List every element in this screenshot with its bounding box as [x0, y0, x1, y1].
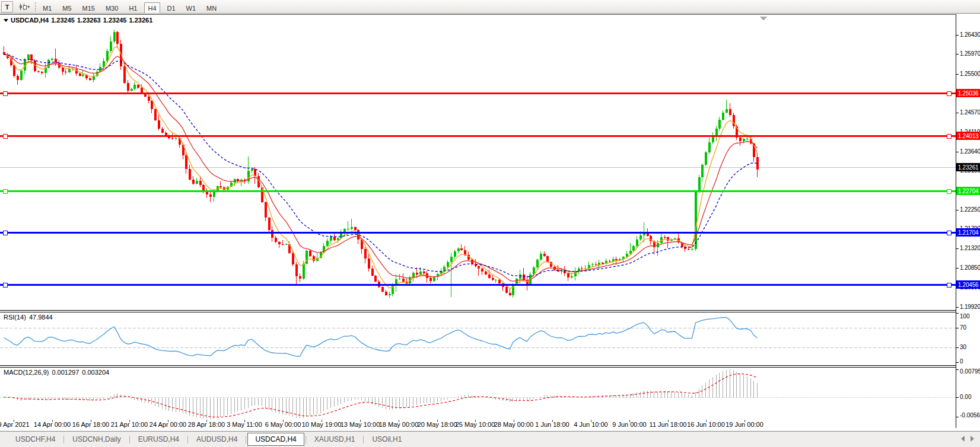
timeframe-M15[interactable]: M15 [79, 2, 98, 14]
price-line-label[interactable]: 1.20456 [956, 280, 980, 289]
timeframe-M1[interactable]: M1 [39, 2, 55, 14]
moving-average-line [4, 55, 758, 277]
rsi-name: RSI(14) [4, 314, 26, 321]
timeframe-D1[interactable]: D1 [164, 2, 179, 14]
chart-tab-bar: USDCHF,H4USDCNH,DailyEURUSD,H4AUDUSD,H4U… [0, 431, 980, 447]
chart-tab-usdcad[interactable]: USDCAD,H4 [247, 433, 304, 446]
ohlc-high: 1.23263 [77, 17, 101, 24]
candle-body [540, 254, 542, 260]
macd-panel[interactable] [0, 367, 956, 420]
candle-body [165, 133, 167, 136]
time-axis[interactable]: 9 Apr 202114 Apr 00:0016 Apr 18:0021 Apr… [0, 419, 980, 431]
chart-tab-usoil[interactable]: USOil,H1 [365, 433, 409, 445]
candle-body [55, 59, 57, 63]
tab-scroll-right-button[interactable] [971, 436, 974, 442]
price-tick [956, 113, 959, 113]
text-tool-button[interactable]: T [1, 1, 13, 12]
chart-tab-eurusd[interactable]: EURUSD,H4 [131, 433, 186, 445]
price-tick-label: 1.24570 [960, 109, 980, 116]
price-line-label[interactable]: 1.24013 [956, 132, 980, 140]
main-chart-panel[interactable] [0, 14, 956, 311]
main-chart-canvas [0, 15, 956, 310]
tab-scroll-left-button[interactable] [961, 436, 965, 442]
time-axis-label: 18 May 00:00 [379, 421, 419, 428]
rsi-panel[interactable] [0, 312, 956, 366]
candlestick-icon [23, 4, 26, 10]
candle-body [116, 32, 119, 44]
candle-body [695, 192, 697, 249]
candle-body [192, 180, 195, 184]
candle-body [271, 230, 273, 238]
toolbar: T ▾ M1M5M15M30H1H4D1W1MN [0, 0, 980, 14]
candle-body [498, 280, 501, 284]
candle-body [726, 109, 728, 113]
candle-body [351, 227, 353, 229]
candle-body [161, 129, 164, 133]
candle-body [151, 101, 153, 109]
candle-body [743, 139, 745, 141]
chart-tab-usdchf[interactable]: USDCHF,H4 [8, 433, 62, 445]
chart-tab-xauusd[interactable]: XAUUSD,H1 [307, 433, 362, 445]
line-endpoint-marker [4, 91, 8, 95]
line-endpoint-marker [4, 134, 8, 138]
candle-body [546, 256, 549, 262]
price-line-label[interactable]: 1.22704 [956, 187, 980, 195]
time-axis-label: 25 May 10:00 [456, 421, 495, 428]
tab-separator [246, 436, 246, 443]
line-endpoint-marker [4, 231, 8, 235]
timeframe-M30[interactable]: M30 [102, 2, 122, 14]
macd-tick [956, 417, 959, 417]
candle-body [337, 238, 339, 240]
trading-terminal-window: T ▾ M1M5M15M30H1H4D1W1MN USDCAD,H41.2324… [0, 0, 980, 447]
candle-body [251, 169, 253, 171]
time-axis-label: 14 Apr 00:00 [34, 421, 71, 428]
time-axis-label: 19 Jun 00:00 [726, 421, 763, 428]
candle-body [705, 152, 707, 165]
candle-body [127, 83, 129, 91]
candle-body [505, 287, 508, 292]
candle-body [347, 229, 349, 229]
macd-tick [956, 397, 959, 398]
chart-type-button[interactable]: ▾ [15, 1, 33, 12]
candle-body [364, 249, 367, 258]
candle-body [41, 72, 43, 72]
time-axis-label: 24 Apr 00:00 [149, 421, 186, 428]
candle-body [739, 138, 742, 141]
time-axis-label: 9 Jun 00:00 [612, 421, 647, 428]
time-axis-label: 21 Apr 10:00 [111, 421, 148, 428]
timeframe-M5[interactable]: M5 [59, 2, 75, 14]
timeframe-H4[interactable]: H4 [144, 2, 160, 14]
candle-body [37, 71, 40, 72]
candle-body [65, 72, 67, 72]
price-line-label[interactable]: 1.21704 [956, 228, 980, 237]
candle-body [133, 85, 136, 89]
candle-body [399, 279, 401, 279]
candle-body [488, 274, 491, 278]
candle-body [189, 169, 191, 180]
candle-body [454, 251, 456, 257]
tab-separator [187, 436, 188, 443]
price-tick-label: 1.20850 [960, 264, 980, 271]
price-tick [956, 152, 959, 152]
timeframe-W1[interactable]: W1 [183, 2, 200, 14]
chart-tab-usdcnh[interactable]: USDCNH,Daily [65, 433, 128, 445]
line-endpoint-marker [4, 283, 8, 287]
price-tick [956, 54, 959, 55]
candle-body [581, 269, 583, 269]
rsi-label: RSI(14)47.9844 [4, 314, 56, 321]
price-tick [956, 307, 959, 308]
candle-body [185, 155, 187, 169]
tab-scroll-buttons [961, 436, 974, 442]
macd-main-value: 0.001297 [52, 369, 79, 376]
timeframe-MN[interactable]: MN [203, 2, 220, 14]
candlestick-icon [20, 4, 22, 10]
timeframe-H1[interactable]: H1 [125, 2, 141, 14]
time-axis-label: 4 Jun 10:00 [574, 421, 608, 428]
candle-body [450, 257, 453, 261]
chart-tab-audusd[interactable]: AUDUSD,H4 [189, 433, 244, 445]
price-line-label[interactable]: 1.25036 [956, 89, 980, 97]
chart-tabs: USDCHF,H4USDCNH,DailyEURUSD,H4AUDUSD,H4U… [8, 432, 409, 447]
candle-body [495, 280, 497, 280]
candle-body [89, 78, 91, 79]
candle-body [20, 71, 23, 80]
